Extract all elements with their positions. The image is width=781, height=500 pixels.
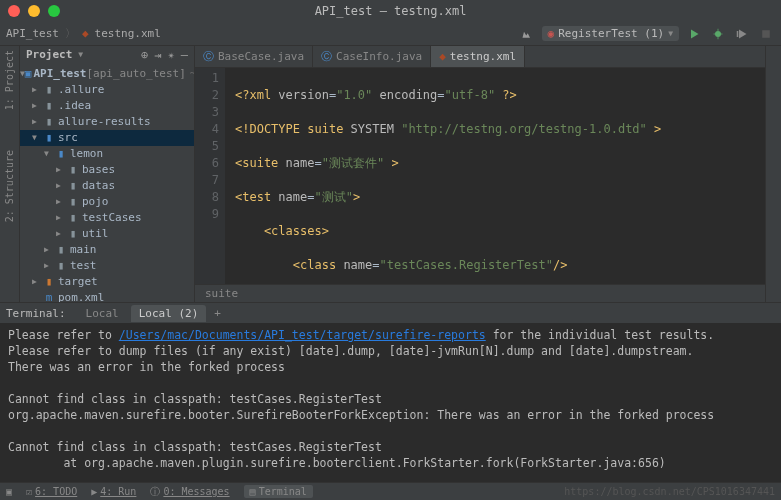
tree-item-allure-results[interactable]: ▶▮allure-results <box>20 114 194 130</box>
run-button[interactable] <box>685 25 703 43</box>
terminal-panel: Terminal: Local Local (2) + Please refer… <box>0 302 781 482</box>
code-area[interactable]: <?xml version="1.0" encoding="utf-8" ?> … <box>225 68 765 284</box>
editor-area: ⒸBaseCase.java ⒸCaseInfo.java ◆testng.xm… <box>195 46 765 302</box>
java-class-icon: Ⓒ <box>321 49 332 64</box>
java-class-icon: Ⓒ <box>203 49 214 64</box>
status-run[interactable]: ▶ 4: Run <box>91 486 136 497</box>
terminal-label: Terminal: <box>6 307 66 320</box>
status-todo[interactable]: ☑ 6: TODO <box>26 486 77 497</box>
tab-basecase[interactable]: ⒸBaseCase.java <box>195 46 313 67</box>
line-number-gutter: 123456789 <box>195 68 225 284</box>
collapse-all-icon[interactable]: ⇥ <box>154 48 161 62</box>
tree-root[interactable]: ▼▣API_test [api_auto_test]~/Doc <box>20 66 194 82</box>
tree-item-target[interactable]: ▶▮target <box>20 274 194 290</box>
tree-item-allure[interactable]: ▶▮.allure <box>20 82 194 98</box>
titlebar: API_test – testng.xml <box>0 0 781 22</box>
structure-tool-button[interactable]: 2: Structure <box>4 150 15 222</box>
tree-item-main[interactable]: ▶▮main <box>20 242 194 258</box>
breadcrumb: API_test 〉 ◆ testng.xml <box>6 26 161 41</box>
breadcrumb-file[interactable]: testng.xml <box>95 27 161 40</box>
window-maximize-button[interactable] <box>48 5 60 17</box>
debug-button[interactable] <box>709 25 727 43</box>
new-terminal-button[interactable]: + <box>210 307 225 320</box>
run-configuration-selector[interactable]: ◉ RegisterTest (1) ▼ <box>542 26 679 41</box>
chevron-down-icon: ▼ <box>668 29 673 38</box>
editor-tabs: ⒸBaseCase.java ⒸCaseInfo.java ◆testng.xm… <box>195 46 765 68</box>
right-tool-strip <box>765 46 781 302</box>
watermark: https://blog.csdn.net/CPS1016347441 <box>564 486 775 497</box>
status-terminal[interactable]: ▤ Terminal <box>244 485 313 498</box>
statusbar: ▣ ☑ 6: TODO ▶ 4: Run ⓘ 0: Messages ▤ Ter… <box>0 482 781 500</box>
svg-rect-2 <box>762 30 770 38</box>
stop-button[interactable] <box>757 25 775 43</box>
tree-item-pom[interactable]: mpom.xml <box>20 290 194 302</box>
window-title: API_test – testng.xml <box>8 4 773 18</box>
terminal-tab-local[interactable]: Local <box>78 305 127 322</box>
xml-file-icon: ◆ <box>439 50 446 63</box>
editor[interactable]: 123456789 <?xml version="1.0" encoding="… <box>195 68 765 284</box>
tab-testng-xml[interactable]: ◆testng.xml <box>431 46 525 67</box>
project-tree[interactable]: ▼▣API_test [api_auto_test]~/Doc ▶▮.allur… <box>20 64 194 302</box>
tree-item-util[interactable]: ▶▮util <box>20 226 194 242</box>
run-with-coverage-button[interactable] <box>733 25 751 43</box>
status-window-icon[interactable]: ▣ <box>6 486 12 497</box>
navigation-bar: API_test 〉 ◆ testng.xml ◉ RegisterTest (… <box>0 22 781 46</box>
editor-breadcrumb[interactable]: suite <box>195 284 765 302</box>
hide-panel-icon[interactable]: — <box>181 48 188 62</box>
tree-item-datas[interactable]: ▶▮datas <box>20 178 194 194</box>
breadcrumb-project[interactable]: API_test <box>6 27 59 40</box>
surefire-reports-link[interactable]: /Users/mac/Documents/API_test/target/sur… <box>119 328 486 342</box>
select-opened-file-icon[interactable]: ⊕ <box>141 48 148 62</box>
window-minimize-button[interactable] <box>28 5 40 17</box>
project-panel-title: Project <box>26 48 72 61</box>
tree-item-lemon[interactable]: ▼▮lemon <box>20 146 194 162</box>
xml-file-icon: ◆ <box>82 27 89 40</box>
svg-point-0 <box>715 31 721 37</box>
terminal-tab-local-2[interactable]: Local (2) <box>131 305 207 322</box>
chevron-down-icon[interactable]: ▼ <box>78 50 83 59</box>
tree-item-bases[interactable]: ▶▮bases <box>20 162 194 178</box>
status-messages[interactable]: ⓘ 0: Messages <box>150 485 229 499</box>
svg-rect-1 <box>737 31 739 37</box>
tree-item-src[interactable]: ▼▮src <box>20 130 194 146</box>
terminal-output[interactable]: Please refer to /Users/mac/Documents/API… <box>0 323 781 482</box>
tree-item-idea[interactable]: ▶▮.idea <box>20 98 194 114</box>
tab-caseinfo[interactable]: ⒸCaseInfo.java <box>313 46 431 67</box>
window-close-button[interactable] <box>8 5 20 17</box>
testng-icon: ◉ <box>548 27 555 40</box>
project-tool-button[interactable]: 1: Project <box>4 50 15 110</box>
project-panel: Project ▼ ⊕ ⇥ ✴ — ▼▣API_test [api_auto_t… <box>20 46 195 302</box>
tree-item-testcases[interactable]: ▶▮testCases <box>20 210 194 226</box>
settings-icon[interactable]: ✴ <box>168 48 175 62</box>
tree-item-test[interactable]: ▶▮test <box>20 258 194 274</box>
build-icon[interactable] <box>518 25 536 43</box>
left-tool-strip: 1: Project 2: Structure <box>0 46 20 302</box>
tree-item-pojo[interactable]: ▶▮pojo <box>20 194 194 210</box>
run-config-label: RegisterTest (1) <box>558 27 664 40</box>
